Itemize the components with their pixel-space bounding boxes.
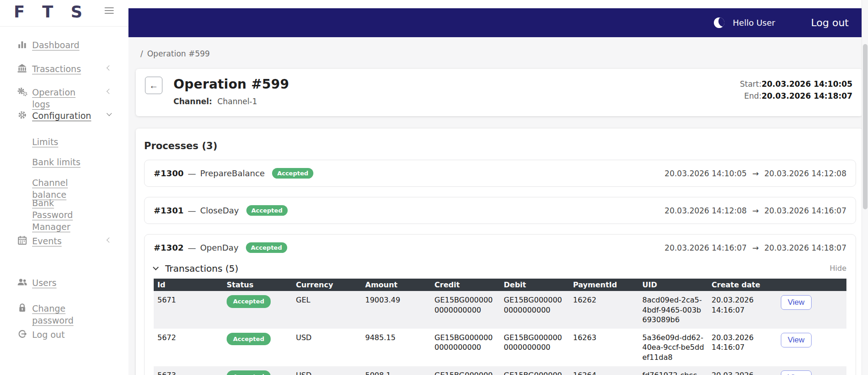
process-name: PrepareBalance [200,168,265,178]
sidebar-subitem-label: Bank limits [32,156,80,168]
sidebar-subitem-label: Bank Password Manager [32,197,92,233]
cell-id: 5672 [154,329,223,366]
col-paymentid: PaymentId [569,279,639,291]
sidebar-item-change-password[interactable]: Change password [0,301,128,314]
col-amount: Amount [362,279,431,291]
process-id: #1301 [154,206,184,215]
process-row[interactable]: #1301 — CloseDay Accepted 20.03.2026 14:… [145,197,856,224]
sidebar-item-logout[interactable]: Log out [0,327,128,341]
col-create-date: Create date [708,279,777,291]
sidebar-divider [0,26,128,27]
cell-credit: GE15BG0000000000000000 [431,329,500,366]
app-root: F T S Dashboard Trasactions Operation lo… [0,0,868,375]
top-navbar: Hello User Log out [128,8,868,37]
bank-icon [17,62,28,73]
main-area: Hello User Log out / Operation #599 ← Op… [128,0,868,375]
view-button[interactable]: View [781,370,812,375]
cell-uid: 8acd09ed-2ca5-4bdf-9465-003b693089b6 [639,291,708,329]
status-badge: Accepted [246,205,288,216]
breadcrumb: / Operation #599 [136,49,862,59]
sidebar-item-label: Events [32,235,61,247]
status-badge: Accepted [227,370,271,375]
sidebar-item-configuration[interactable]: Configuration [0,108,128,122]
cell-id: 5671 [154,291,223,329]
process-end-time: 20.03.2026 14:18:07 [764,243,846,252]
topbar-logout-button[interactable]: Log out [811,17,849,28]
col-actions [777,279,846,291]
arrow-right-icon: → [752,206,759,215]
cell-amount: 19003.49 [362,291,431,329]
sidebar: F T S Dashboard Trasactions Operation lo… [0,0,128,375]
view-button[interactable]: View [781,333,812,347]
cell-paymentid: 16262 [569,291,639,329]
status-badge: Accepted [227,295,271,308]
dark-mode-moon-icon[interactable] [714,17,724,28]
process-row[interactable]: #1300 — PrepareBalance Accepted 20.03.20… [145,160,856,186]
transactions-table: Id Status Currency Amount Credit Debit P… [154,279,846,375]
process-separator: — [188,243,196,252]
process-start-time: 20.03.2026 14:10:05 [665,169,747,178]
process-id: #1302 [154,243,184,252]
logout-icon [17,328,28,339]
sidebar-item-label: Dashboard [32,39,79,51]
processes-heading: Processes (3) [144,140,856,151]
sidebar-subitem-channel-balance[interactable]: Channel balance [32,177,92,189]
sidebar-item-events[interactable]: Events [0,233,128,247]
col-uid: UID [639,279,708,291]
cell-credit: GE15BG0000000000000000 [431,366,500,375]
status-badge: Accepted [246,242,287,253]
sidebar-item-label: Operation logs [32,86,87,110]
process-start-time: 20.03.2026 14:12:08 [665,206,747,215]
sidebar-item-label: Log out [32,329,65,341]
operation-header-card: ← Operation #599 Channel: Channel-1 Star… [136,69,862,116]
cell-create-date: 20.03.2026 14:16:07 [708,291,777,329]
cell-paymentid: 16263 [569,329,639,366]
hide-link[interactable]: Hide [830,264,846,273]
col-debit: Debit [500,279,569,291]
sidebar-item-operation-logs[interactable]: Operation logs [0,84,128,98]
process-name: CloseDay [200,206,239,215]
processes-card: Processes (3) #1300 — PrepareBalance Acc… [136,129,862,375]
chevron-left-icon [106,65,111,70]
calendar-icon [17,235,28,246]
back-button[interactable]: ← [145,77,162,94]
status-badge: Accepted [272,168,313,179]
process-id: #1300 [154,168,184,178]
sidebar-item-transactions[interactable]: Trasactions [0,61,128,75]
transactions-collapse-toggle[interactable]: Transactions (5) [154,263,239,274]
breadcrumb-current: Operation #599 [147,49,210,59]
sidebar-subitem-bank-password-manager[interactable]: Bank Password Manager [32,197,92,221]
scrollbar-thumb[interactable] [863,44,868,209]
bar-chart-icon [17,39,28,50]
table-row: 5671 Accepted GEL 19003.49 GE15BG0000000… [154,291,846,329]
hamburger-menu-icon[interactable] [105,7,114,15]
col-credit: Credit [431,279,500,291]
app-logo: F T S [14,3,88,21]
sidebar-subitem-bank-limits[interactable]: Bank limits [32,156,80,168]
cell-currency: USD [292,329,362,366]
sidebar-item-label: Change password [32,302,87,326]
sidebar-subitem-limits[interactable]: Limits [32,136,58,148]
col-id: Id [154,279,223,291]
process-end-time: 20.03.2026 14:12:08 [764,169,846,178]
process-box: #1301 — CloseDay Accepted 20.03.2026 14:… [144,197,856,224]
channel-value: Channel-1 [217,97,257,106]
status-badge: Accepted [227,333,271,346]
cell-currency: GEL [292,291,362,329]
process-end-time: 20.03.2026 14:16:07 [764,206,846,215]
view-button[interactable]: View [781,295,812,310]
vertical-scrollbar[interactable] [862,0,868,375]
cell-uid: 5a36e09d-dd62-40ea-9ccf-be5ddef11da8 [639,329,708,366]
sidebar-item-users[interactable]: Users [0,275,128,289]
cell-uid: fd761972-cbcc-4397-bd7f- [639,366,708,375]
sidebar-item-label: Configuration [32,110,87,122]
process-box-expanded: #1302 — OpenDay Accepted 20.03.2026 14:1… [144,234,856,375]
sidebar-item-dashboard[interactable]: Dashboard [0,37,128,51]
process-row[interactable]: #1302 — OpenDay Accepted 20.03.2026 14:1… [145,235,856,261]
cell-debit: GE15BG0000000000000000 [500,366,569,375]
sidebar-item-label: Trasactions [32,63,81,75]
channel-line: Channel: Channel-1 [173,97,289,106]
cell-credit: GE15BG0000000000000000 [431,291,500,329]
process-start-time: 20.03.2026 14:16:07 [665,243,747,252]
page-content: / Operation #599 ← Operation #599 Channe… [128,37,868,375]
